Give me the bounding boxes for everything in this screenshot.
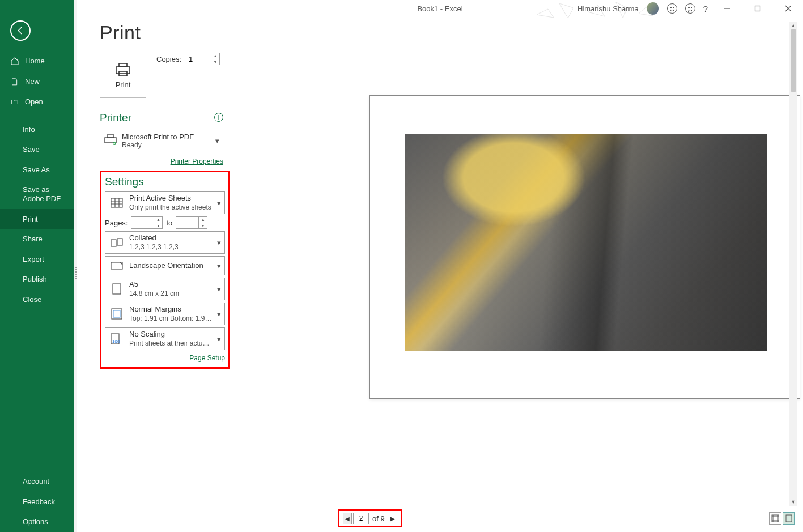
prev-page-button[interactable]: ◀ bbox=[343, 513, 352, 524]
close-window-button[interactable] bbox=[777, 1, 800, 16]
pages-to-down[interactable]: ▼ bbox=[199, 223, 207, 229]
option-title: No Scaling bbox=[129, 330, 165, 338]
printer-info-icon[interactable]: i bbox=[214, 113, 223, 122]
sidebar-item-options[interactable]: Options bbox=[0, 512, 74, 532]
collate-dropdown[interactable]: Collated1,2,3 1,2,3 1,2,3 ▾ bbox=[105, 231, 225, 254]
sidebar-item-save[interactable]: Save bbox=[0, 139, 74, 160]
pages-from-up[interactable]: ▲ bbox=[154, 217, 162, 223]
svg-rect-0 bbox=[755, 6, 760, 11]
sidebar-item-feedback[interactable]: Feedback bbox=[0, 492, 74, 512]
option-title: Landscape Orientation bbox=[129, 261, 203, 270]
sidebar-item-new[interactable]: New bbox=[0, 71, 74, 92]
pages-from-spinner[interactable]: ▲▼ bbox=[131, 216, 163, 229]
sidebar-item-label: Export bbox=[23, 255, 44, 264]
home-icon bbox=[10, 57, 19, 66]
pages-to-label: to bbox=[166, 219, 172, 227]
orientation-dropdown[interactable]: Landscape Orientation ▾ bbox=[105, 256, 225, 275]
minimize-button[interactable] bbox=[716, 1, 738, 16]
settings-highlight: Settings Print Active SheetsOnly print t… bbox=[100, 171, 230, 369]
sidebar-item-label: Save as Adobe PDF bbox=[23, 185, 63, 203]
collate-icon bbox=[109, 238, 125, 247]
sidebar-item-save-adobe-pdf[interactable]: Save as Adobe PDF bbox=[0, 180, 74, 208]
chevron-down-icon: ▾ bbox=[217, 199, 221, 207]
sidebar-item-label: Publish bbox=[23, 275, 47, 284]
svg-rect-17 bbox=[786, 515, 792, 522]
backstage-sidebar: Home New Open Info Save Save As Save as … bbox=[0, 0, 74, 532]
page-setup-link[interactable]: Page Setup bbox=[189, 354, 225, 362]
chevron-down-icon: ▾ bbox=[217, 285, 221, 293]
svg-rect-7 bbox=[111, 198, 122, 207]
settings-heading: Settings bbox=[105, 176, 225, 188]
pages-to-up[interactable]: ▲ bbox=[199, 217, 207, 223]
current-page-input[interactable] bbox=[353, 513, 369, 524]
sidebar-item-account[interactable]: Account bbox=[0, 471, 74, 492]
sidebar-item-publish[interactable]: Publish bbox=[0, 269, 74, 290]
pages-label: Pages: bbox=[105, 219, 128, 227]
margins-dropdown[interactable]: Normal MarginsTop: 1.91 cm Bottom: 1.91 … bbox=[105, 303, 225, 325]
option-sub: 1,2,3 1,2,3 1,2,3 bbox=[129, 243, 213, 252]
printer-heading: Printer bbox=[100, 112, 223, 124]
window-title: Book1 - Excel bbox=[417, 5, 462, 13]
sidebar-item-label: Open bbox=[25, 97, 43, 107]
pages-to-input[interactable] bbox=[176, 216, 198, 229]
chevron-down-icon: ▾ bbox=[215, 137, 219, 145]
sidebar-item-label: Info bbox=[23, 125, 35, 134]
page-navigator-highlight: ◀ of 9 ▶ bbox=[338, 509, 402, 527]
sidebar-item-label: Feedback bbox=[23, 497, 55, 507]
printer-icon bbox=[104, 134, 117, 147]
page-icon bbox=[109, 283, 125, 295]
page-title: Print bbox=[100, 22, 326, 44]
option-sub: Print sheets at their actual size bbox=[129, 339, 213, 348]
printer-dropdown[interactable]: Microsoft Print to PDF Ready ▾ bbox=[100, 129, 223, 152]
sidebar-item-home[interactable]: Home bbox=[0, 51, 74, 71]
paper-size-dropdown[interactable]: A514.8 cm x 21 cm ▾ bbox=[105, 278, 225, 300]
chevron-down-icon: ▾ bbox=[217, 239, 221, 247]
print-panel: Print Print Copies: ▲▼ Printer i bbox=[100, 22, 326, 369]
svg-rect-1 bbox=[116, 67, 130, 74]
document-icon bbox=[10, 77, 19, 86]
copies-label: Copies: bbox=[156, 55, 181, 63]
panel-divider bbox=[329, 22, 329, 506]
preview-content-image bbox=[405, 134, 767, 351]
copies-up[interactable]: ▲ bbox=[211, 53, 219, 59]
sidebar-item-info[interactable]: Info bbox=[0, 120, 74, 140]
pages-from-input[interactable] bbox=[131, 216, 154, 229]
sidebar-item-share[interactable]: Share bbox=[0, 229, 74, 249]
sidebar-item-close[interactable]: Close bbox=[0, 290, 74, 310]
svg-rect-9 bbox=[117, 239, 122, 245]
preview-scrollbar[interactable]: ▲ ▼ bbox=[789, 22, 797, 506]
pages-from-down[interactable]: ▼ bbox=[154, 223, 162, 229]
option-sub: Top: 1.91 cm Bottom: 1.91 c... bbox=[129, 314, 213, 323]
svg-rect-2 bbox=[119, 63, 127, 67]
scaling-dropdown[interactable]: 100 No ScalingPrint sheets at their actu… bbox=[105, 327, 225, 350]
chevron-down-icon: ▾ bbox=[217, 335, 221, 343]
option-title: Collated bbox=[129, 233, 156, 242]
copies-down[interactable]: ▼ bbox=[211, 59, 219, 65]
print-scope-dropdown[interactable]: Print Active SheetsOnly print the active… bbox=[105, 191, 225, 214]
scroll-thumb[interactable] bbox=[791, 29, 796, 92]
scroll-down-icon[interactable]: ▼ bbox=[789, 498, 797, 506]
pages-to-spinner[interactable]: ▲▼ bbox=[176, 216, 207, 229]
margins-icon bbox=[109, 308, 125, 320]
printer-status: Ready bbox=[122, 141, 211, 149]
sidebar-item-saveas[interactable]: Save As bbox=[0, 160, 74, 180]
scroll-up-icon[interactable]: ▲ bbox=[789, 22, 797, 29]
landscape-icon bbox=[109, 261, 125, 270]
printer-properties-link[interactable]: Printer Properties bbox=[171, 158, 223, 165]
feedback-happy-icon[interactable] bbox=[667, 3, 677, 14]
back-button[interactable] bbox=[10, 20, 31, 41]
copies-input[interactable] bbox=[186, 53, 211, 65]
print-preview: ▲ ▼ bbox=[338, 22, 797, 506]
print-button[interactable]: Print bbox=[100, 53, 146, 98]
sidebar-item-label: Save As bbox=[23, 165, 50, 175]
show-margins-button[interactable] bbox=[769, 512, 781, 525]
maximize-button[interactable] bbox=[746, 1, 769, 16]
zoom-to-page-button[interactable] bbox=[783, 512, 795, 525]
copies-spinner[interactable]: ▲▼ bbox=[186, 53, 220, 65]
sidebar-item-open[interactable]: Open bbox=[0, 92, 74, 112]
help-button[interactable]: ? bbox=[703, 4, 708, 14]
sidebar-item-export[interactable]: Export bbox=[0, 249, 74, 270]
next-page-button[interactable]: ▶ bbox=[388, 513, 397, 524]
feedback-sad-icon[interactable] bbox=[685, 3, 695, 14]
sidebar-item-print[interactable]: Print bbox=[0, 209, 74, 229]
